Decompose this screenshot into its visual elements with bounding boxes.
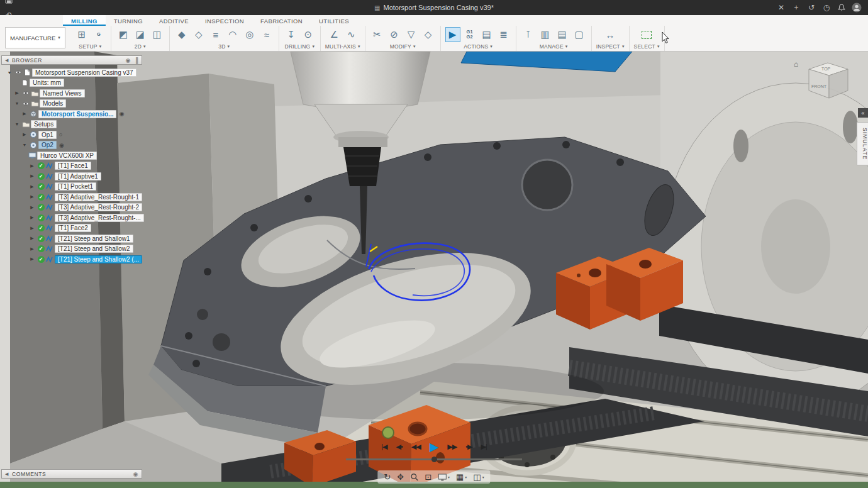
grid-settings-icon[interactable]: ▦▾ [456, 472, 467, 482]
check-icon[interactable]: ✓ [36, 214, 45, 221]
check-icon[interactable]: ✓ [36, 162, 45, 169]
3d-adaptive-clearing-icon[interactable]: ◆ [174, 27, 189, 42]
step-back-button[interactable]: ◀• [396, 443, 402, 450]
trim-toolpath-icon[interactable]: ✂ [370, 27, 385, 42]
caret-right-icon[interactable]: ▶ [28, 236, 36, 241]
caret-right-icon[interactable]: ▶ [28, 257, 36, 262]
comments-options-icon[interactable]: ◉ [133, 471, 138, 477]
tree-item-label[interactable]: Named Views [40, 89, 85, 97]
caret-right-icon[interactable]: ▶ [20, 111, 29, 116]
panel-resize-handle[interactable]: ▐ [134, 57, 138, 64]
caret-right-icon[interactable]: ▶ [28, 184, 36, 189]
caret-right-icon[interactable]: ▶ [28, 215, 36, 220]
caret-down-icon[interactable]: ▼ [13, 101, 21, 106]
tree-item-op-adaptive1[interactable]: ▶✓[T1] Adaptive1 [1, 171, 142, 182]
timeline-track[interactable] [346, 458, 522, 460]
check-icon[interactable]: ✓ [36, 204, 45, 211]
fit-icon[interactable]: ⊡ [425, 472, 431, 482]
comments-header[interactable]: ◀ COMMENTS ◉ [1, 469, 142, 479]
templates-icon[interactable]: ▤ [555, 27, 570, 42]
tree-item-label[interactable]: Motorsport Suspension Casing v37 [32, 69, 136, 77]
post-process-icon[interactable]: G1 G2 [462, 27, 477, 42]
tree-item-label[interactable]: Hurco VCX600i XP [37, 152, 97, 160]
simulate-side-tab[interactable]: SIMULATE [857, 122, 868, 165]
tree-item-label[interactable]: [T3] Adaptive_Rest-Rought-... [55, 214, 144, 222]
tree-item-models[interactable]: ▼Models [1, 99, 142, 109]
group-label-modify[interactable]: MODIFY▾ [390, 43, 416, 50]
caret-right-icon[interactable]: ▶ [13, 91, 21, 96]
3d-parallel-icon[interactable]: ≡ [208, 27, 223, 42]
setup-sheet-icon[interactable]: ▤ [479, 27, 494, 42]
3d-morph-icon[interactable]: ≈ [259, 27, 274, 42]
tree-item-op-rest3[interactable]: ▶✓[T3] Adaptive_Rest-Rought-... [1, 213, 142, 223]
tree-item-setups[interactable]: ▼Setups [1, 119, 142, 130]
tree-item-label[interactable]: [T3] Adaptive_Rest-Rought-2 [55, 203, 142, 211]
check-icon[interactable]: ✓ [36, 183, 45, 190]
tree-item-document-root[interactable]: ▼Motorsport Suspension Casing v37 [1, 67, 142, 78]
zoom-icon[interactable] [410, 473, 418, 481]
group-label-multi-axis[interactable]: MULTI-AXIS▾ [325, 43, 360, 50]
tree-item-label[interactable]: [T3] Adaptive_Rest-Rought-1 [55, 193, 142, 201]
drill-icon[interactable]: ↧ [284, 27, 299, 42]
browser-header[interactable]: ◀ BROWSER ◉ ▐ [1, 55, 142, 65]
machine-library-icon[interactable]: ▢ [572, 27, 587, 42]
tree-item-op-steep2[interactable]: ▶✓[T21] Steep and Shallow2 [1, 244, 142, 255]
view-cube[interactable]: ⌂ TOP FRONT [790, 57, 860, 103]
flow-icon[interactable]: ∿ [343, 27, 359, 42]
tree-item-op-face2[interactable]: ▶✓[T1] Face2 [1, 223, 142, 234]
tree-item-op-face1[interactable]: ▶✓[T1] Face1 [1, 161, 142, 172]
group-label-actions[interactable]: ACTIONS▾ [464, 43, 492, 50]
check-icon[interactable]: ✓ [36, 225, 45, 231]
group-label-3d[interactable]: 3D▾ [218, 43, 230, 50]
tree-item-op2[interactable]: ▼Op2◉ [1, 140, 142, 151]
eye-icon[interactable] [21, 90, 30, 96]
measure-icon[interactable]: ↔ [603, 27, 618, 42]
bore-icon[interactable]: ⊙ [301, 27, 316, 42]
tree-item-label[interactable]: [T1] Face1 [55, 162, 91, 170]
display-settings-icon[interactable]: ▾ [438, 474, 450, 481]
group-label-2d[interactable]: 2D▾ [135, 43, 146, 50]
tree-item-units[interactable]: Units: mm [1, 78, 142, 89]
tree-item-label[interactable]: [T21] Steep and Shallow1 [55, 235, 133, 243]
panel-options-icon[interactable]: ◉ [126, 57, 131, 64]
check-icon[interactable]: ✓ [36, 173, 45, 180]
caret-down-icon[interactable]: ▼ [13, 122, 21, 126]
2d-adaptive-icon[interactable]: ◩ [116, 27, 131, 42]
tab-milling[interactable]: MILLING [63, 15, 106, 26]
tree-item-label[interactable]: [T21] Steep and Shallow2 (... [55, 255, 142, 263]
tree-item-op-rest2[interactable]: ▶✓[T3] Adaptive_Rest-Rought-2 [1, 202, 142, 213]
play-button[interactable]: ▶ [430, 441, 439, 453]
3d-pocket-clearing-icon[interactable]: ◇ [191, 27, 206, 42]
machine-gcode-icon[interactable]: G [91, 27, 106, 42]
caret-right-icon[interactable]: ▶ [28, 164, 36, 169]
tab-additive[interactable]: ADDITIVE [151, 15, 197, 26]
viewports-icon[interactable]: ◫▾ [473, 472, 484, 482]
tree-item-label[interactable]: Op1 [38, 131, 57, 139]
close-document-icon[interactable]: ✕ [774, 0, 789, 15]
skip-to-end-button[interactable]: ▶| [481, 443, 487, 450]
group-label-inspect[interactable]: INSPECT▾ [596, 43, 625, 50]
tree-item-model-body[interactable]: ▶Motorsport Suspensio...◉ [1, 109, 142, 119]
tree-item-label[interactable]: [T21] Steep and Shallow2 [55, 245, 133, 253]
tree-item-label[interactable]: Models [40, 99, 66, 108]
tree-item-label[interactable]: Setups [31, 120, 57, 128]
activate-radio-icon[interactable]: ○ [59, 131, 62, 138]
simulate-icon[interactable]: ▶ [445, 27, 460, 42]
step-forward-button[interactable]: •▶ [465, 443, 472, 450]
3d-steep-and-shallow-icon[interactable]: ◠ [225, 27, 240, 42]
collapse-panel-icon[interactable]: ◀ [5, 58, 9, 63]
tool-library-icon[interactable]: ⊺ [521, 27, 536, 42]
caret-right-icon[interactable]: ▶ [28, 174, 36, 179]
tab-utilities[interactable]: UTILITIES [311, 15, 357, 26]
tree-item-label[interactable]: Units: mm [30, 79, 64, 87]
tree-item-label[interactable]: [T1] Face2 [55, 224, 91, 232]
new-document-tab-icon[interactable]: + [789, 0, 804, 15]
rewind-button[interactable]: ◀◀ [411, 443, 421, 450]
collapse-simulate-panel-icon[interactable]: « [858, 108, 868, 118]
group-label-drilling[interactable]: DRILLING▾ [285, 43, 315, 50]
2d-contour-icon[interactable]: ◫ [150, 27, 165, 42]
orbit-icon[interactable]: ↻ [384, 472, 391, 482]
group-label-manage[interactable]: MANAGE▾ [540, 43, 568, 50]
timeline-handle[interactable] [431, 457, 437, 462]
group-label-setup[interactable]: SETUP▾ [79, 43, 101, 50]
